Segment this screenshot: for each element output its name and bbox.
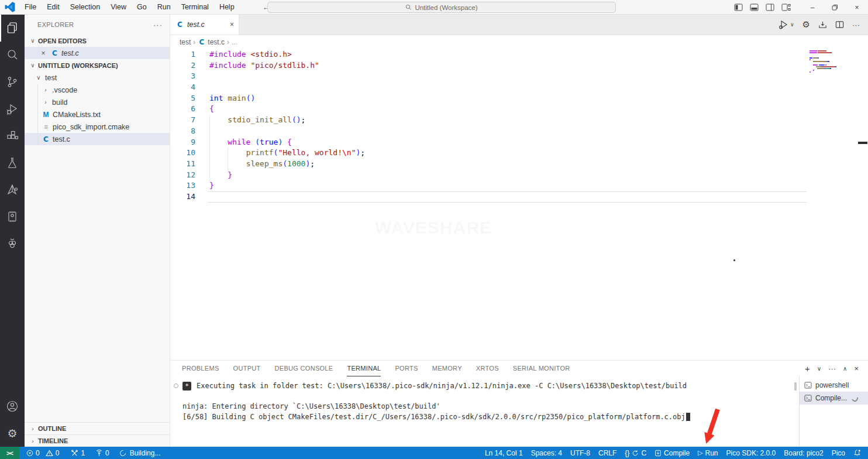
notifications-bell-button[interactable] (850, 449, 864, 457)
eol-status[interactable]: CRLF (595, 449, 620, 457)
menu-view[interactable]: View (106, 2, 131, 12)
panel-tab-debug-console[interactable]: DEBUG CONSOLE (275, 361, 333, 376)
settings-gear-icon[interactable]: ⚙ (0, 420, 25, 447)
code-line-8[interactable]: 8 (170, 126, 868, 137)
panel-tab-output[interactable]: OUTPUT (233, 361, 261, 376)
tree-file-cmakelists[interactable]: M CMakeLists.txt (25, 108, 170, 121)
menu-edit[interactable]: Edit (42, 2, 64, 12)
close-window-button[interactable]: × (846, 0, 868, 15)
menu-run[interactable]: Run (153, 2, 175, 12)
command-center-search[interactable]: Untitled (Workspace) (267, 2, 616, 13)
close-editor-icon[interactable]: × (39, 49, 48, 57)
panel-tab-terminal[interactable]: TERMINAL (347, 361, 381, 376)
menu-selection[interactable]: Selection (66, 2, 105, 12)
pico-status[interactable]: Pico (828, 449, 849, 457)
code-line-6[interactable]: 6{ (170, 104, 868, 115)
toggle-panel-icon[interactable] (750, 4, 759, 11)
menu-terminal[interactable]: Terminal (177, 2, 213, 12)
code-line-2[interactable]: 2#include "pico/stdlib.h" (170, 60, 868, 71)
tree-folder-vscode[interactable]: › .vscode (25, 84, 170, 96)
code-line-12[interactable]: 12 } (170, 170, 868, 181)
search-icon[interactable] (0, 42, 25, 68)
editor-more-actions-icon[interactable]: ··· (852, 20, 860, 29)
code-line-13[interactable]: 13} (170, 180, 868, 191)
panel-tab-memory[interactable]: MEMORY (432, 361, 462, 376)
close-tab-icon[interactable]: × (230, 20, 234, 29)
code-line-7[interactable]: 7 stdio_init_all(); (170, 115, 868, 126)
minimize-button[interactable]: – (801, 0, 824, 15)
encoding-status[interactable]: UTF-8 (567, 449, 594, 457)
code-line-5[interactable]: 5int main() (170, 93, 868, 104)
toggle-secondary-sidebar-icon[interactable] (766, 4, 774, 11)
code-line-3[interactable]: 3 (170, 71, 868, 82)
breadcrumb-folder[interactable]: test (180, 38, 191, 46)
panel-tab-xrtos[interactable]: XRTOS (476, 361, 499, 376)
tab-testc[interactable]: C test.c × (170, 15, 239, 35)
chevron-down-icon[interactable]: ∨ (790, 22, 794, 28)
close-panel-icon[interactable]: × (854, 364, 859, 373)
command-decoration-icon[interactable] (174, 383, 178, 388)
panel-tab-serial-monitor[interactable]: SERIAL MONITOR (513, 361, 570, 376)
testing-flask-icon[interactable] (0, 149, 25, 176)
breadcrumb[interactable]: test › C test.c › ... (170, 35, 868, 49)
compile-button[interactable]: Compile (651, 449, 693, 457)
tree-folder-build[interactable]: › build (25, 96, 170, 108)
toggle-primary-sidebar-icon[interactable] (734, 4, 743, 11)
maximize-panel-icon[interactable]: ∧ (843, 365, 847, 372)
split-editor-icon[interactable] (835, 20, 844, 29)
explorer-icon[interactable] (0, 15, 25, 42)
pico-board-icon[interactable] (0, 203, 25, 230)
extensions-icon[interactable] (0, 122, 25, 149)
problems-status[interactable]: 0 0 (23, 449, 63, 457)
menu-file[interactable]: File (20, 2, 41, 12)
workspace-section[interactable]: ∨ UNTITLED (WORKSPACE) (25, 59, 170, 71)
terminal-dropdown-icon[interactable]: ∨ (817, 365, 821, 372)
raspberry-pi-icon[interactable] (0, 230, 25, 257)
open-editor-item-testc[interactable]: × C test.c (25, 47, 170, 59)
source-control-icon[interactable] (0, 68, 25, 95)
minimap[interactable] (810, 50, 836, 75)
panel-tab-problems[interactable]: PROBLEMS (182, 361, 219, 376)
run-cpp-file-button[interactable]: ∨ (779, 20, 794, 29)
panel-more-actions-icon[interactable]: ··· (828, 364, 836, 373)
board-status[interactable]: Board: pico2 (780, 449, 826, 457)
breadcrumb-file[interactable]: test.c (208, 38, 225, 46)
tools-status[interactable]: 1 (67, 449, 88, 457)
restore-button[interactable] (824, 0, 846, 15)
tree-file-testc[interactable]: C test.c (25, 133, 170, 145)
editor-settings-gear-icon[interactable]: ⚙ (802, 19, 810, 30)
code-line-4[interactable]: 4 (170, 82, 868, 93)
tree-file-pico-sdk-import[interactable]: ≡ pico_sdk_import.cmake (25, 121, 170, 133)
remote-indicator-button[interactable]: >< (0, 447, 19, 459)
pico-sdk-status[interactable]: Pico SDK: 2.0.0 (723, 449, 780, 457)
indentation-status[interactable]: Spaces: 4 (528, 449, 566, 457)
explorer-more-actions-icon[interactable]: ··· (153, 20, 163, 29)
menu-help[interactable]: Help (215, 2, 239, 12)
code-line-10[interactable]: 10 printf("Hello, world!\n"); (170, 148, 868, 159)
open-editors-section[interactable]: ∨ OPEN EDITORS (25, 35, 170, 47)
new-terminal-button[interactable]: + (805, 364, 810, 374)
code-line-1[interactable]: 1#include <stdio.h> (170, 49, 868, 60)
code-line-14[interactable]: 14 (170, 191, 868, 203)
timeline-section[interactable]: › TIMELINE (25, 434, 170, 447)
tree-folder-test[interactable]: ∨ test (25, 71, 170, 84)
menu-go[interactable]: Go (132, 2, 151, 12)
account-icon[interactable] (0, 393, 25, 420)
terminal-item-compile[interactable]: Compile... (800, 392, 868, 405)
outline-section[interactable]: › OUTLINE (25, 422, 170, 434)
code-editor[interactable]: 1#include <stdio.h>2#include "pico/stdli… (170, 49, 868, 360)
panel-tab-ports[interactable]: PORTS (395, 361, 418, 376)
code-line-9[interactable]: 9 while (true) { (170, 137, 868, 148)
terminal-item-powershell[interactable]: powershell (800, 379, 868, 392)
run-deploy-icon[interactable] (818, 20, 827, 29)
ports-status[interactable]: 0 (92, 449, 113, 457)
language-mode-status[interactable]: {} C (621, 449, 650, 457)
run-button[interactable]: ▷ Run (694, 449, 721, 457)
cursor-position-status[interactable]: Ln 14, Col 1 (481, 449, 526, 457)
breadcrumb-symbol[interactable]: ... (232, 38, 237, 46)
building-status[interactable]: Building... (116, 449, 164, 457)
run-debug-icon[interactable] (0, 95, 25, 122)
customize-layout-icon[interactable] (781, 4, 791, 11)
code-line-11[interactable]: 11 sleep_ms(1000); (170, 159, 868, 170)
cmake-plane-icon[interactable] (0, 176, 25, 203)
